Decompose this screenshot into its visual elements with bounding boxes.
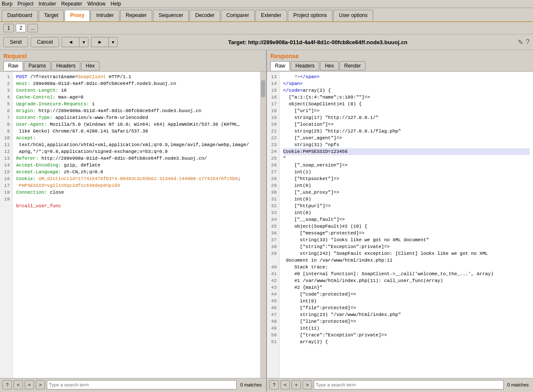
tab-intruder[interactable]: Intruder: [91, 10, 119, 21]
request-title: Request: [0, 50, 266, 60]
response-tab-raw[interactable]: Raw: [270, 61, 290, 71]
response-tabs: Raw Headers Hex Render: [267, 60, 533, 72]
response-search-fwd[interactable]: >: [303, 380, 312, 389]
nav-fwd-arrow-button[interactable]: ▼: [108, 37, 118, 47]
response-search-input[interactable]: [314, 380, 504, 389]
tab-extender[interactable]: Extender: [255, 10, 287, 21]
nav-fwd-button[interactable]: ►: [91, 37, 108, 47]
sub-tab-more[interactable]: ...: [28, 24, 38, 32]
tab-comparer[interactable]: Comparer: [221, 10, 255, 21]
request-line-numbers: 12345 678910 1112131415 16171819: [0, 72, 13, 378]
response-search-bar: ? < + > 0 matches: [267, 378, 533, 391]
response-line-numbers: 1314151617 1819202122 2324252627 2829303…: [267, 72, 280, 378]
menu-project[interactable]: Project: [17, 1, 33, 7]
response-search-matches: 0 matches: [505, 382, 530, 387]
menu-bar: Burp Project Intruder Repeater Window He…: [0, 0, 533, 8]
nav-fwd-split: ► ▼: [91, 37, 118, 47]
response-search-help[interactable]: ?: [269, 380, 279, 389]
tab-user-options[interactable]: User options: [333, 10, 373, 21]
tab-dashboard[interactable]: Dashboard: [2, 10, 38, 21]
request-code-area[interactable]: 12345 678910 1112131415 16171819 POST /?…: [0, 72, 266, 378]
request-search-fwd[interactable]: >: [36, 380, 45, 389]
menu-help[interactable]: Help: [111, 1, 121, 7]
response-code-content: ?></span> </span> </code>array(2) { ["a:…: [280, 72, 533, 378]
main-tab-bar: Dashboard Target Proxy Intruder Repeater…: [0, 8, 533, 22]
request-search-input[interactable]: [47, 380, 237, 389]
request-scroll-thumb[interactable]: [261, 80, 265, 97]
menu-repeater[interactable]: Repeater: [61, 1, 82, 7]
target-label: Target: http://289e908a-011d-4a4f-8d1c-0…: [120, 39, 515, 45]
tab-sequencer[interactable]: Sequencer: [153, 10, 189, 21]
send-button[interactable]: Send: [3, 37, 28, 47]
response-search-next[interactable]: +: [292, 380, 301, 389]
menu-intruder[interactable]: Intruder: [39, 1, 56, 7]
response-tab-render[interactable]: Render: [340, 61, 366, 71]
response-tab-headers[interactable]: Headers: [291, 61, 319, 71]
request-search-next[interactable]: +: [25, 380, 34, 389]
nav-back-split: ◄ ▼: [62, 37, 88, 47]
request-tab-raw[interactable]: Raw: [3, 61, 23, 71]
sub-tab-1[interactable]: 1: [3, 24, 14, 32]
request-search-prev[interactable]: <: [14, 380, 23, 389]
response-search-prev[interactable]: <: [281, 380, 290, 389]
tab-project-options[interactable]: Project options: [288, 10, 332, 21]
sub-tab-bar: 1 2 ...: [0, 22, 533, 34]
request-tab-headers[interactable]: Headers: [51, 61, 80, 71]
request-tab-params[interactable]: Params: [24, 61, 51, 71]
menu-window[interactable]: Window: [87, 1, 105, 7]
request-scrollbar[interactable]: [260, 72, 266, 378]
menu-burp[interactable]: Burp: [2, 1, 12, 7]
response-code-area[interactable]: 1314151617 1819202122 2324252627 2829303…: [267, 72, 533, 378]
sub-tab-2[interactable]: 2: [16, 24, 26, 32]
nav-back-button[interactable]: ◄: [62, 37, 79, 47]
request-search-matches: 0 matches: [238, 382, 264, 387]
main-content: Request Raw Params Headers Hex 12345 678…: [0, 50, 533, 391]
tab-target[interactable]: Target: [39, 10, 64, 21]
toolbar: Send Cancel ◄ ▼ ► ▼ Target: http://289e9…: [0, 34, 533, 50]
cancel-button[interactable]: Cancel: [31, 37, 59, 47]
response-tab-hex[interactable]: Hex: [320, 61, 338, 71]
response-panel: Response Raw Headers Hex Render 13141516…: [267, 50, 533, 391]
tab-decoder[interactable]: Decoder: [190, 10, 220, 21]
help-icon[interactable]: ?: [526, 38, 530, 46]
edit-icon[interactable]: ✎: [518, 38, 523, 46]
request-code-content: POST /?f=extract&name=SoapClient HTTP/1.…: [13, 72, 260, 378]
request-panel: Request Raw Params Headers Hex 12345 678…: [0, 50, 267, 391]
tab-repeater[interactable]: Repeater: [120, 10, 152, 21]
response-title: Response: [267, 50, 533, 60]
request-search-bar: ? < + > 0 matches: [0, 378, 266, 391]
request-search-help[interactable]: ?: [3, 380, 12, 389]
request-tab-hex[interactable]: Hex: [81, 61, 99, 71]
tab-proxy[interactable]: Proxy: [65, 10, 90, 21]
request-tabs: Raw Params Headers Hex: [0, 60, 266, 72]
nav-back-arrow-button[interactable]: ▼: [79, 37, 88, 47]
toolbar-icons: ✎ ?: [518, 38, 530, 46]
